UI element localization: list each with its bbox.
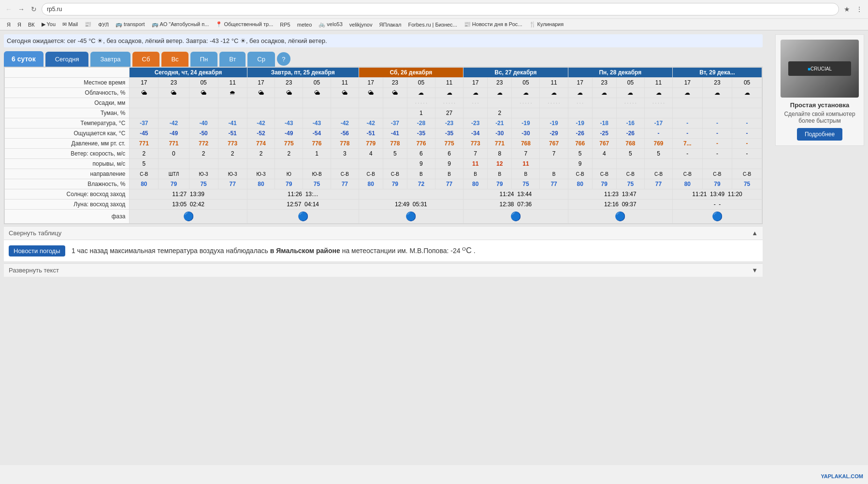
star-button[interactable]: ★: [842, 4, 852, 14]
precip-22: [702, 98, 732, 108]
hum-13: 80: [463, 179, 488, 189]
temp-13: -23: [463, 118, 488, 128]
bookmark-ful[interactable]: ФУЛ: [95, 21, 112, 28]
bookmark-you[interactable]: ▶ You: [39, 20, 58, 28]
pressure-row: Давление, мм рт. ст. 771 771 772 773 774…: [5, 139, 762, 149]
bookmark-forbes[interactable]: Forbes.ru | Бизнес...: [405, 21, 460, 28]
feels-like-row: Ощущается как, °С -45 -49 -50 -51 -52 -4…: [5, 128, 762, 139]
pres-6: 775: [275, 139, 303, 149]
feels-16: -29: [540, 128, 568, 139]
feels-20: -: [644, 128, 672, 139]
moon-phase-5: 🔵: [568, 210, 672, 224]
hum-17: 80: [568, 179, 592, 189]
tab-help[interactable]: ?: [277, 52, 290, 66]
moon-row: Луна: восход заход 13:05 02:42 12:57 04:…: [5, 199, 762, 210]
bookmark-bus[interactable]: 🚌 АО "Автобусный п...: [149, 20, 212, 28]
empty-header: [5, 68, 130, 78]
bookmark-velo[interactable]: 🚲 velo53: [316, 20, 345, 28]
fog-22: [702, 108, 732, 118]
wind-16: 7: [540, 149, 568, 159]
dir-14: В: [488, 169, 512, 179]
tab-tomorrow[interactable]: Завтра: [90, 52, 130, 67]
wind-1: 2: [130, 149, 159, 159]
temp-1: -37: [130, 118, 159, 128]
dir-20: С-В: [644, 169, 672, 179]
bookmark-news[interactable]: 📰: [82, 20, 94, 28]
cloud-23: ☁: [732, 88, 762, 98]
forward-button[interactable]: →: [16, 4, 26, 14]
tab-sat[interactable]: Сб: [132, 52, 160, 67]
cloud-9: 🌥: [359, 88, 383, 98]
time-11-2: 11: [331, 78, 359, 88]
expand-text-bar[interactable]: Развернуть текст ▼: [4, 263, 763, 277]
fog-label: Туман, %: [5, 108, 130, 118]
bookmark-mail[interactable]: ✉ Mail: [59, 20, 81, 28]
cloud-3: 🌥: [189, 88, 218, 98]
tab-today[interactable]: Сегодня: [45, 52, 89, 67]
precip-10: [383, 98, 407, 108]
gust-10: [383, 159, 407, 169]
address-bar[interactable]: rp5.ru: [42, 3, 839, 15]
precipitation-row: Осадки, мм · · · · · · · · · · · ·: [5, 98, 762, 108]
menu-button[interactable]: ⋮: [854, 4, 864, 14]
fog-14: 2: [488, 108, 512, 118]
fog-19: [616, 108, 644, 118]
temp-7: -43: [303, 118, 331, 128]
fog-2: [159, 108, 189, 118]
time-11-5: 11: [644, 78, 672, 88]
fog-13: [463, 108, 488, 118]
tab-sun[interactable]: Вс: [161, 52, 188, 67]
precip-23: [732, 98, 762, 108]
moon-5: 12:16 09:37: [568, 199, 672, 210]
bookmark-yaplakal[interactable]: ЯПлакал: [376, 21, 404, 28]
bookmark-meteo[interactable]: meteo: [294, 21, 315, 28]
bookmark-ya1[interactable]: Я: [4, 21, 14, 28]
refresh-button[interactable]: ↻: [29, 4, 39, 14]
collapse-icon: ▲: [752, 229, 758, 237]
tab-wed[interactable]: Ср: [247, 52, 275, 67]
bookmark-novosti[interactable]: 📰 Новости дня в Рос...: [461, 20, 525, 28]
feels-15: -30: [512, 128, 540, 139]
back-button[interactable]: ←: [4, 4, 14, 14]
gust-20: [644, 159, 672, 169]
collapse-table-bar[interactable]: Свернуть таблицу ▲: [4, 226, 763, 240]
bookmark-cooking[interactable]: 🍴 Кулинария: [526, 20, 567, 28]
bookmark-vk[interactable]: ВК: [25, 21, 38, 28]
cloud-17: ☁: [568, 88, 592, 98]
day-header-tue: Вт, 29 дека...: [673, 68, 762, 78]
day-header-mon: Пн, 28 декабря: [568, 68, 672, 78]
bookmark-velikjynov[interactable]: velikjynov: [347, 21, 376, 28]
dir-3: Ю-3: [189, 169, 218, 179]
moon-phase-2: 🔵: [247, 210, 359, 224]
precip-19: · · · · ·: [616, 98, 644, 108]
tab-tue[interactable]: Вт: [219, 52, 246, 67]
weather-table-wrapper: Сегодня, чт, 24 декабря Завтра, пт, 25 д…: [4, 67, 763, 224]
bookmark-public[interactable]: 📍 Общественный тр...: [213, 20, 276, 28]
temp-12: -23: [435, 118, 463, 128]
humidity-row: Влажность, % 80 79 75 77 80 79 75 77 80 …: [5, 179, 762, 189]
dir-7: Ю-В: [303, 169, 331, 179]
browser-chrome: ← → ↻ rp5.ru ★ ⋮ Я Я ВК ▶ You ✉ Mail 📰 Ф…: [0, 0, 868, 30]
bookmark-transport[interactable]: 🚌 transport: [113, 20, 147, 28]
pres-18: 767: [592, 139, 616, 149]
hum-19: 75: [616, 179, 644, 189]
bookmark-rp5[interactable]: RP5: [277, 21, 293, 28]
ad-button[interactable]: Подробнее: [797, 128, 842, 141]
precip-1: [130, 98, 159, 108]
feels-1: -45: [130, 128, 159, 139]
feels-6: -49: [275, 128, 303, 139]
cloud-11: ☁: [407, 88, 435, 98]
bookmark-ya2[interactable]: Я: [14, 21, 24, 28]
sun-1: 11:27 13:39: [130, 189, 247, 199]
fog-7: [303, 108, 331, 118]
tab-mon[interactable]: Пн: [190, 52, 218, 67]
wind-gusts-row: порывы, м/с 5 9 9 11 12: [5, 159, 762, 169]
cloud-12: ☁: [435, 88, 463, 98]
temp-22: -: [702, 118, 732, 128]
wind-10: 5: [383, 149, 407, 159]
moon-phase-6: 🔵: [673, 210, 762, 224]
sun-2: 11:26 13:...: [247, 189, 359, 199]
precip-9: [359, 98, 383, 108]
temperature-label: Температура, °С: [5, 118, 130, 128]
wind-dir-label: направление: [5, 169, 130, 179]
